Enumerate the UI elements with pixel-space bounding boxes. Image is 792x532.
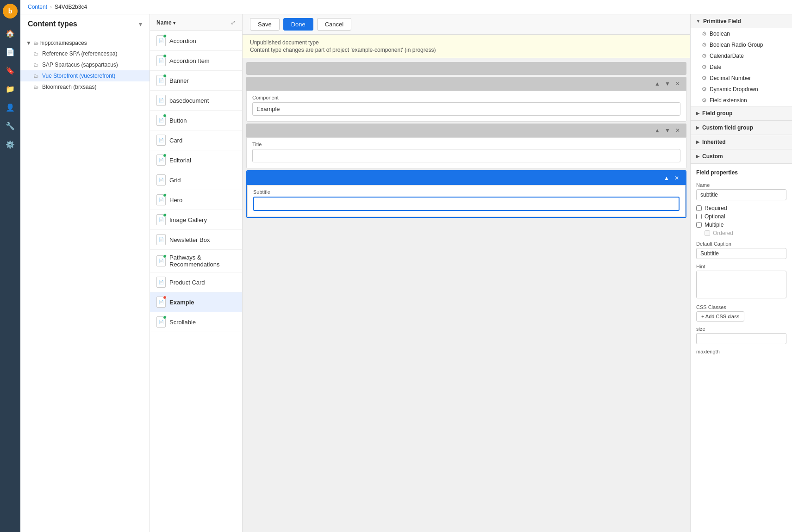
- list-item-accordion-item[interactable]: 📄 Accordion Item: [150, 51, 242, 71]
- tree-item-vuestorefront[interactable]: 🗁 Vue Storefront (vuestorefront): [20, 70, 150, 81]
- custom-field-group-section: ▶ Custom field group: [691, 121, 792, 135]
- list-item-image-gallery[interactable]: 📄 Image Gallery: [150, 210, 242, 230]
- component-input[interactable]: [252, 102, 680, 116]
- tree-toggle-icon[interactable]: ▼: [26, 40, 31, 46]
- item-icon: 📄: [156, 115, 166, 126]
- list-item-accordion[interactable]: 📄 Accordion: [150, 31, 242, 51]
- close-card-icon-3[interactable]: ✕: [673, 174, 681, 182]
- default-caption-field: Default Caption: [696, 241, 786, 259]
- prop-calendardate[interactable]: ⚙ CalendarDate: [691, 50, 792, 62]
- add-css-button[interactable]: + Add CSS class: [696, 311, 744, 322]
- nav-users-icon[interactable]: 👤: [2, 99, 19, 116]
- title-input[interactable]: [252, 149, 680, 162]
- optional-checkbox-row[interactable]: Optional: [696, 213, 786, 220]
- list-panel: Name ▾ ⤢ 📄 Accordion 📄 Accordion Item 📄 …: [150, 14, 243, 532]
- required-checkbox[interactable]: [696, 205, 702, 211]
- size-label: size: [696, 326, 786, 332]
- collapse-up-icon-3[interactable]: ▲: [662, 174, 671, 182]
- hint-textarea[interactable]: [696, 271, 786, 298]
- item-icon: 📄: [156, 35, 166, 46]
- breadcrumb-current: S4VdB2b3c4: [55, 4, 87, 10]
- field-properties: Field properties Name Required Optional: [691, 164, 792, 361]
- item-icon: 📄: [156, 297, 166, 308]
- list-expand-icon[interactable]: ⤢: [231, 19, 236, 26]
- breadcrumb: Content › S4VdB2b3c4: [20, 0, 792, 14]
- folder-icon: 🗁: [33, 62, 38, 68]
- collapse-up-icon[interactable]: ▲: [653, 80, 661, 88]
- list-item-grid[interactable]: 📄 Grid: [150, 170, 242, 190]
- name-input[interactable]: [696, 189, 786, 200]
- prop-dynamic-dropdown[interactable]: ⚙ Dynamic Dropdown: [691, 84, 792, 95]
- item-icon: 📄: [156, 95, 166, 106]
- list-item-basedocument[interactable]: 📄 basedocument: [150, 91, 242, 111]
- item-icon: 📄: [156, 75, 166, 86]
- nav-settings-icon[interactable]: ⚙️: [2, 136, 19, 153]
- item-icon: 📄: [156, 277, 166, 288]
- field-card-header-subtitle: ▲ ✕: [247, 171, 686, 185]
- close-card-icon[interactable]: ✕: [674, 80, 682, 88]
- collapse-down-icon[interactable]: ▼: [663, 80, 672, 88]
- done-button[interactable]: Done: [283, 18, 313, 31]
- nav-tags-icon[interactable]: 🔖: [2, 62, 19, 79]
- collapse-down-icon-2[interactable]: ▼: [663, 126, 672, 135]
- prop-boolean[interactable]: ⚙ Boolean: [691, 28, 792, 39]
- app-logo[interactable]: b: [3, 4, 18, 19]
- prop-field-extension[interactable]: ⚙ Field extension: [691, 95, 792, 106]
- primitive-field-label: Primitive Field: [703, 18, 741, 25]
- field-group-header[interactable]: ▶ Field group: [691, 106, 792, 120]
- prop-date[interactable]: ⚙ Date: [691, 62, 792, 73]
- nav-home-icon[interactable]: 🏠: [2, 25, 19, 42]
- list-item-newsletter-box[interactable]: 📄 Newsletter Box: [150, 230, 242, 250]
- nav-folder-icon[interactable]: 📁: [2, 80, 19, 97]
- list-sort-label[interactable]: Name ▾: [156, 19, 227, 26]
- tree-item-referencespa[interactable]: 🗁 Reference SPA (referencespa): [20, 48, 150, 59]
- list-item-banner[interactable]: 📄 Banner: [150, 71, 242, 91]
- collapse-up-icon-2[interactable]: ▲: [653, 126, 661, 135]
- field-card-1: [246, 62, 686, 75]
- optional-checkbox[interactable]: [696, 214, 702, 219]
- nav-tools-icon[interactable]: 🔧: [2, 118, 19, 134]
- gear-icon: ⚙: [702, 42, 707, 48]
- prop-boolean-radio[interactable]: ⚙ Boolean Radio Group: [691, 39, 792, 50]
- size-input[interactable]: [696, 333, 786, 344]
- prop-decimal-number[interactable]: ⚙ Decimal Number: [691, 73, 792, 84]
- list-item-card[interactable]: 📄 Card: [150, 130, 242, 150]
- section-triangle-icon-3: ▶: [696, 125, 699, 130]
- list-item-pathways[interactable]: 📄 Pathways & Recommendations: [150, 250, 242, 272]
- tree-item-sapspartacus[interactable]: 🗁 SAP Spartacus (sapspartacus): [20, 59, 150, 70]
- save-button[interactable]: Save: [250, 18, 280, 31]
- multiple-checkbox-row[interactable]: Multiple: [696, 222, 786, 228]
- custom-field-group-header[interactable]: ▶ Custom field group: [691, 121, 792, 135]
- multiple-checkbox[interactable]: [696, 222, 702, 228]
- inherited-header[interactable]: ▶ Inherited: [691, 135, 792, 149]
- default-caption-input[interactable]: [696, 248, 786, 259]
- list-item-scrollable[interactable]: 📄 Scrollable: [150, 312, 242, 332]
- custom-header[interactable]: ▶ Custom: [691, 149, 792, 163]
- ordered-checkbox-row[interactable]: Ordered: [696, 230, 786, 236]
- component-label: Component: [252, 95, 680, 100]
- primitive-field-section: ▼ Primitive Field ⚙ Boolean ⚙ Boolean Ra…: [691, 14, 792, 106]
- primitive-field-header[interactable]: ▼ Primitive Field: [691, 14, 792, 28]
- list-item-example[interactable]: 📄 Example: [150, 292, 242, 312]
- section-triangle-icon-5: ▶: [696, 154, 699, 159]
- field-cards: ▲ ▼ ✕ Component ▲ ▼: [243, 58, 690, 532]
- nav-content-icon[interactable]: 📄: [2, 43, 19, 60]
- list-item-editorial[interactable]: 📄 Editorial: [150, 150, 242, 170]
- cancel-button[interactable]: Cancel: [317, 18, 351, 31]
- item-icon: 📄: [156, 174, 166, 186]
- list-item-product-card[interactable]: 📄 Product Card: [150, 272, 242, 292]
- subtitle-input[interactable]: [253, 197, 680, 211]
- properties-panel: ▼ Primitive Field ⚙ Boolean ⚙ Boolean Ra…: [690, 14, 792, 532]
- list-item-button[interactable]: 📄 Button: [150, 111, 242, 130]
- ordered-checkbox[interactable]: [705, 230, 710, 236]
- panel-collapse-icon[interactable]: ▾: [139, 20, 142, 28]
- tree-item-brxsaas[interactable]: 🗁 Bloomreach (brxsaas): [20, 81, 150, 93]
- required-checkbox-row[interactable]: Required: [696, 205, 786, 211]
- close-card-icon-2[interactable]: ✕: [674, 126, 682, 135]
- list-item-hero[interactable]: 📄 Hero: [150, 190, 242, 210]
- breadcrumb-parent[interactable]: Content: [28, 4, 47, 10]
- tree-root-folder-icon: 🗁: [33, 40, 38, 46]
- tree-root[interactable]: ▼ 🗁 hippo:namespaces: [20, 38, 150, 48]
- checkbox-group: Required Optional Multiple Ordered: [696, 205, 786, 236]
- field-group-label: Field group: [702, 110, 732, 117]
